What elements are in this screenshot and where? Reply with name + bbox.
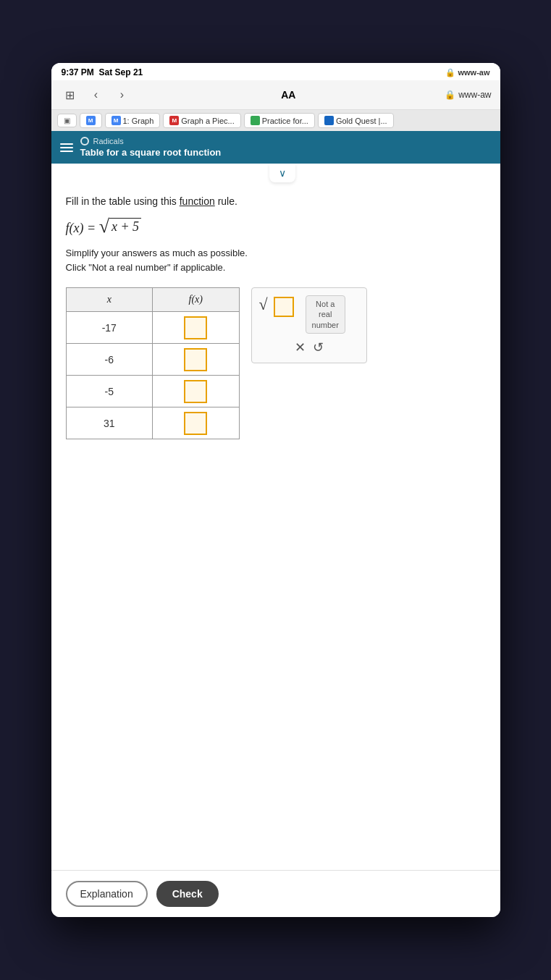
- status-bar: 9:37 PM Sat Sep 21 🔒 www-aw: [51, 63, 500, 80]
- answer-input-3[interactable]: [184, 380, 207, 403]
- function-display: f(x) = √x + 5: [66, 218, 486, 236]
- function-table: x f(x) -17: [66, 287, 240, 439]
- tab-blank[interactable]: ▣: [57, 114, 77, 127]
- topic-subtitle: Radicals: [80, 137, 490, 145]
- content-area: Radicals Table for a square root functio…: [51, 131, 500, 884]
- tab-m1[interactable]: M: [80, 113, 102, 128]
- aa-button[interactable]: AA: [138, 89, 439, 101]
- url-display: 🔒 www-aw: [445, 90, 491, 100]
- not-real-button[interactable]: Not a real number: [306, 295, 345, 334]
- bottom-bar: Explanation Check: [51, 870, 500, 917]
- answer-input-1[interactable]: [184, 316, 207, 339]
- explanation-button[interactable]: Explanation: [66, 881, 148, 907]
- browser-nav: ⊞ ‹ › AA 🔒 www-aw: [51, 80, 500, 110]
- x-value-4: 31: [66, 407, 153, 439]
- simplify-instructions: Simplify your answers as much as possibl…: [66, 246, 486, 276]
- tabs-bar: ▣ M M 1: Graph M Graph a Piec... Practic…: [51, 110, 500, 131]
- status-url: 🔒 www-aw: [445, 68, 489, 77]
- tab-graph-piec[interactable]: M Graph a Piec...: [163, 113, 240, 128]
- table-row: -6: [66, 344, 239, 376]
- sqrt-input-box[interactable]: [274, 297, 294, 317]
- function-link[interactable]: function: [180, 195, 215, 207]
- answer-cell-1[interactable]: [153, 312, 240, 344]
- expand-arrow[interactable]: ∨: [269, 164, 295, 182]
- status-time: 9:37 PM Sat Sep 21: [62, 67, 143, 77]
- answer-cell-4[interactable]: [153, 407, 240, 439]
- helper-actions: ✕ ↺: [259, 339, 359, 355]
- instruction-text: Fill in the table using this function ru…: [66, 194, 486, 209]
- sidebar-button[interactable]: ⊞: [60, 85, 80, 105]
- topic-title: Table for a square root function: [80, 147, 490, 158]
- x-value-2: -6: [66, 344, 153, 376]
- main-content: Fill in the table using this function ru…: [51, 182, 500, 451]
- answer-cell-3[interactable]: [153, 376, 240, 407]
- answer-cell-2[interactable]: [153, 344, 240, 376]
- helper-panel: √ Not a real number ✕ ↺: [251, 287, 367, 363]
- table-row: -17: [66, 312, 239, 344]
- col-header-fx: f(x): [153, 288, 240, 312]
- check-button[interactable]: Check: [156, 881, 219, 907]
- sqrt-helper: √ Not a real number: [259, 295, 359, 334]
- x-value-3: -5: [66, 376, 153, 407]
- tab-practice[interactable]: Practice for...: [244, 113, 315, 128]
- forward-button[interactable]: ›: [112, 85, 133, 105]
- topic-header: Radicals Table for a square root functio…: [51, 131, 500, 164]
- x-value-1: -17: [66, 312, 153, 344]
- tab-graph1[interactable]: M 1: Graph: [105, 113, 161, 128]
- clear-icon[interactable]: ✕: [295, 339, 306, 355]
- table-helper-row: x f(x) -17: [66, 287, 486, 439]
- answer-input-4[interactable]: [184, 412, 207, 435]
- table-row: 31: [66, 407, 239, 439]
- table-row: -5: [66, 376, 239, 407]
- answer-input-2[interactable]: [184, 348, 207, 371]
- sqrt-symbol-icon: √: [259, 295, 268, 314]
- tab-gold-quest[interactable]: Gold Quest |...: [318, 113, 394, 128]
- back-button[interactable]: ‹: [86, 85, 106, 105]
- col-header-x: x: [66, 288, 153, 312]
- undo-icon[interactable]: ↺: [313, 339, 324, 355]
- menu-icon[interactable]: [60, 143, 73, 152]
